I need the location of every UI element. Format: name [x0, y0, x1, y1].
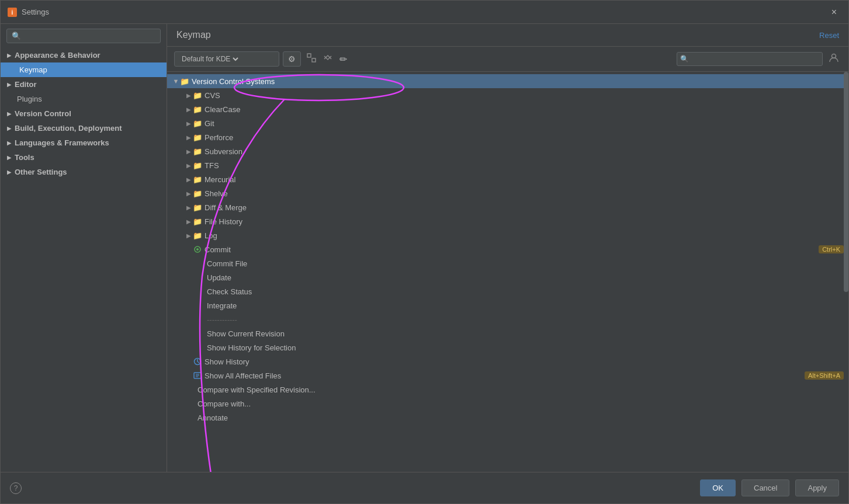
tree-row-comparewithspecified[interactable]: Compare with Specified Revision... — [167, 383, 848, 397]
tree-row-clearcase[interactable]: ▶ 📁 ClearCase — [167, 102, 848, 116]
tree-row-log[interactable]: ▶ 📁 Log — [167, 228, 848, 242]
tree-row-comparewith[interactable]: Compare with... — [167, 397, 848, 411]
tree-row-shelve[interactable]: ▶ 📁 Shelve — [167, 186, 848, 200]
svg-point-8 — [196, 248, 199, 251]
separator-label: ------------ — [207, 315, 844, 324]
tree-row-mercurial[interactable]: ▶ 📁 Mercurial — [167, 172, 848, 186]
arrow-icon: ▶ — [5, 125, 12, 132]
folder-icon: 📁 — [193, 189, 202, 198]
sidebar-item-label: Appearance & Behavior — [15, 51, 161, 60]
help-button[interactable]: ? — [10, 482, 22, 494]
mercurial-arrow[interactable]: ▶ — [185, 175, 193, 183]
tree-row-annotate[interactable]: Annotate — [167, 411, 848, 425]
app-icon: i — [8, 8, 17, 17]
perforce-arrow[interactable]: ▶ — [185, 133, 193, 141]
integrate-label: Integrate — [207, 301, 844, 310]
cancel-button[interactable]: Cancel — [741, 479, 789, 496]
sidebar-item-keymap[interactable]: ▶ Keymap — [1, 62, 167, 77]
toolbar-icons: ✏ — [304, 52, 673, 66]
folder-icon: 📁 — [193, 161, 202, 170]
tree-row-cvs[interactable]: ▶ 📁 CVS — [167, 88, 848, 102]
folder-icon: 📁 — [193, 91, 202, 100]
tree-row-checkstatus[interactable]: Check Status — [167, 284, 848, 298]
sidebar-item-label: Other Settings — [15, 168, 155, 176]
showallaffected-label: Show All Affected Files — [205, 371, 805, 380]
git-arrow[interactable]: ▶ — [185, 119, 193, 127]
shelve-label: Shelve — [205, 189, 844, 198]
update-label: Update — [207, 273, 844, 282]
tree-row-commitfile[interactable]: Commit File — [167, 256, 848, 270]
tree-row-git[interactable]: ▶ 📁 Git — [167, 116, 848, 130]
keymap-dropdown-container[interactable]: Default for KDE Default Mac OS X Eclipse — [174, 51, 279, 67]
mercurial-label: Mercurial — [205, 175, 844, 184]
edit-keymap-button[interactable]: ✏ — [337, 53, 349, 66]
arrow-icon: ▶ — [5, 81, 12, 88]
tree-row-perforce[interactable]: ▶ 📁 Perforce — [167, 130, 848, 144]
tree-row-tfs[interactable]: ▶ 📁 TFS — [167, 158, 848, 172]
keymap-search-input[interactable] — [677, 52, 823, 66]
tree-row-commit[interactable]: ▶ Commit Ctrl+K — [167, 242, 848, 256]
svg-text:i: i — [12, 9, 13, 16]
commitfile-label: Commit File — [207, 259, 844, 268]
footer-buttons: OK Cancel Apply — [700, 479, 839, 496]
log-arrow[interactable]: ▶ — [185, 231, 193, 239]
tree-row-integrate[interactable]: Integrate — [167, 298, 848, 312]
filehistory-label: File History — [205, 217, 844, 226]
scrollbar-thumb[interactable] — [844, 72, 848, 292]
sidebar-item-appearance[interactable]: ▶ Appearance & Behavior — [1, 48, 167, 62]
reset-button[interactable]: Reset — [819, 31, 839, 40]
keymap-gear-button[interactable]: ⚙ — [283, 51, 301, 67]
history-icon — [193, 357, 202, 366]
expand-all-button[interactable] — [304, 52, 318, 66]
dialog-title: Settings — [22, 8, 827, 16]
diffmerge-arrow[interactable]: ▶ — [185, 203, 193, 211]
panel-title: Keymap — [176, 30, 211, 40]
keymap-tree[interactable]: ▼ 📁 Version Control Systems ▶ 📁 CVS ▶ 📁 … — [167, 72, 848, 472]
keymap-select[interactable]: Default for KDE Default Mac OS X Eclipse — [179, 54, 240, 64]
sidebar-item-versioncontrol[interactable]: ▶ Version Control ✎ — [1, 106, 167, 121]
title-bar: i Settings × — [1, 1, 848, 24]
sidebar-item-build[interactable]: ▶ Build, Execution, Deployment — [1, 121, 167, 135]
dialog-footer: ? OK Cancel Apply — [1, 472, 848, 503]
svg-rect-2 — [307, 54, 311, 57]
tree-row-filehistory[interactable]: ▶ 📁 File History — [167, 214, 848, 228]
tree-row-separator: ------------ — [167, 312, 848, 326]
scrollbar-track — [844, 72, 848, 472]
tree-row-subversion[interactable]: ▶ 📁 Subversion — [167, 144, 848, 158]
cvs-arrow[interactable]: ▶ — [185, 91, 193, 99]
tree-row-showcurrentrev[interactable]: Show Current Revision — [167, 326, 848, 340]
shelve-arrow[interactable]: ▶ — [185, 189, 193, 197]
sidebar-item-languages[interactable]: ▶ Languages & Frameworks — [1, 135, 167, 150]
tree-row-showhistorysel[interactable]: Show History for Selection — [167, 340, 848, 354]
filehistory-arrow[interactable]: ▶ — [185, 217, 193, 225]
sidebar-item-label: Version Control — [15, 109, 155, 118]
showhistory-label: Show History — [205, 357, 844, 366]
vcs-expand-arrow[interactable]: ▼ — [172, 77, 180, 85]
tree-row-diffmerge[interactable]: ▶ 📁 Diff & Merge — [167, 200, 848, 214]
sidebar-item-tools[interactable]: ▶ Tools — [1, 150, 167, 165]
folder-icon: 📁 — [193, 147, 202, 156]
user-icon-button[interactable] — [826, 51, 841, 67]
sidebar-item-plugins[interactable]: Plugins — [1, 92, 167, 106]
arrow-icon: ▶ — [5, 169, 12, 176]
tree-row-vcs[interactable]: ▼ 📁 Version Control Systems — [167, 74, 848, 88]
svg-rect-3 — [312, 58, 316, 62]
sidebar-item-editor[interactable]: ▶ Editor — [1, 77, 167, 92]
sidebar-item-other[interactable]: ▶ Other Settings ✎ — [1, 165, 167, 179]
sidebar-item-label: Languages & Frameworks — [15, 138, 161, 147]
tfs-arrow[interactable]: ▶ — [185, 161, 193, 169]
subversion-arrow[interactable]: ▶ — [185, 147, 193, 155]
showallaffected-shortcut: Alt+Shift+A — [805, 371, 844, 380]
tree-row-update[interactable]: Update — [167, 270, 848, 284]
sidebar-search-input[interactable] — [6, 29, 161, 43]
ok-button[interactable]: OK — [700, 479, 736, 496]
tree-row-showhistory[interactable]: ▶ Show History — [167, 354, 848, 369]
apply-button[interactable]: Apply — [795, 479, 839, 496]
clearcase-arrow[interactable]: ▶ — [185, 105, 193, 113]
close-button[interactable]: × — [827, 5, 841, 20]
commit-shortcut: Ctrl+K — [819, 245, 844, 253]
folder-icon: 📁 — [193, 203, 202, 212]
collapse-all-button[interactable] — [321, 52, 335, 66]
commit-label: Commit — [205, 245, 819, 254]
tree-row-showallaffected[interactable]: ▶ Show All Affected Files Alt+Shift+A — [167, 369, 848, 383]
